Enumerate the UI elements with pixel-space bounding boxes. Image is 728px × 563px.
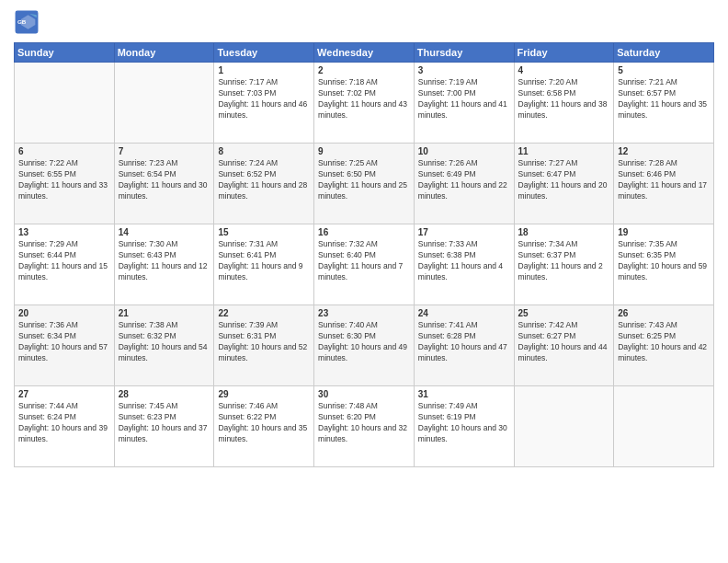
header: GB [14,9,714,35]
cell-info: Sunrise: 7:26 AMSunset: 6:49 PMDaylight:… [418,158,510,202]
table-row [114,63,214,144]
table-row: 8Sunrise: 7:24 AMSunset: 6:52 PMDaylight… [214,144,314,224]
table-row [15,63,115,144]
table-row: 13Sunrise: 7:29 AMSunset: 6:44 PMDayligh… [15,224,115,305]
day-number: 30 [318,389,410,399]
cell-info: Sunrise: 7:22 AMSunset: 6:55 PMDaylight:… [18,158,110,202]
col-thursday: Thursday [414,43,514,63]
day-number: 19 [618,227,710,237]
day-number: 22 [218,308,310,318]
table-row: 7Sunrise: 7:23 AMSunset: 6:54 PMDaylight… [114,144,214,224]
table-row: 31Sunrise: 7:49 AMSunset: 6:19 PMDayligh… [414,386,514,467]
cell-info: Sunrise: 7:48 AMSunset: 6:20 PMDaylight:… [318,401,410,445]
table-row: 30Sunrise: 7:48 AMSunset: 6:20 PMDayligh… [314,386,415,467]
cell-info: Sunrise: 7:34 AMSunset: 6:37 PMDaylight:… [518,239,610,283]
cell-info: Sunrise: 7:21 AMSunset: 6:57 PMDaylight:… [618,77,710,121]
day-number: 31 [418,389,510,399]
day-number: 20 [18,308,110,318]
cell-info: Sunrise: 7:42 AMSunset: 6:27 PMDaylight:… [518,320,610,364]
col-sunday: Sunday [15,43,115,63]
page: GB Sunday Monday Tuesday Wednesday Thurs… [0,0,728,563]
day-number: 4 [518,65,610,75]
cell-info: Sunrise: 7:18 AMSunset: 7:02 PMDaylight:… [318,77,410,121]
cell-info: Sunrise: 7:28 AMSunset: 6:46 PMDaylight:… [618,158,710,202]
table-row: 22Sunrise: 7:39 AMSunset: 6:31 PMDayligh… [214,305,314,386]
cell-info: Sunrise: 7:27 AMSunset: 6:47 PMDaylight:… [518,158,610,202]
col-friday: Friday [514,43,614,63]
day-number: 5 [618,65,710,75]
day-number: 2 [318,65,410,75]
table-row: 5Sunrise: 7:21 AMSunset: 6:57 PMDaylight… [614,63,714,144]
calendar-table: Sunday Monday Tuesday Wednesday Thursday… [14,42,714,467]
cell-info: Sunrise: 7:24 AMSunset: 6:52 PMDaylight:… [218,158,310,202]
col-monday: Monday [114,43,214,63]
cell-info: Sunrise: 7:33 AMSunset: 6:38 PMDaylight:… [418,239,510,283]
week-row-1: 6Sunrise: 7:22 AMSunset: 6:55 PMDaylight… [15,144,714,224]
day-number: 27 [18,389,110,399]
day-number: 24 [418,308,510,318]
cell-info: Sunrise: 7:25 AMSunset: 6:50 PMDaylight:… [318,158,410,202]
cell-info: Sunrise: 7:45 AMSunset: 6:23 PMDaylight:… [119,401,210,445]
table-row: 26Sunrise: 7:43 AMSunset: 6:25 PMDayligh… [614,305,714,386]
day-number: 25 [518,308,610,318]
week-row-3: 20Sunrise: 7:36 AMSunset: 6:34 PMDayligh… [15,305,714,386]
week-row-2: 13Sunrise: 7:29 AMSunset: 6:44 PMDayligh… [15,224,714,305]
day-number: 28 [119,389,210,399]
cell-info: Sunrise: 7:38 AMSunset: 6:32 PMDaylight:… [119,320,210,364]
day-number: 29 [218,389,310,399]
table-row: 16Sunrise: 7:32 AMSunset: 6:40 PMDayligh… [314,224,415,305]
col-wednesday: Wednesday [314,43,415,63]
day-number: 16 [318,227,410,237]
table-row: 28Sunrise: 7:45 AMSunset: 6:23 PMDayligh… [114,386,214,467]
svg-text:GB: GB [17,18,27,25]
cell-info: Sunrise: 7:32 AMSunset: 6:40 PMDaylight:… [318,239,410,283]
cell-info: Sunrise: 7:17 AMSunset: 7:03 PMDaylight:… [218,77,310,121]
day-number: 14 [119,227,210,237]
day-number: 18 [518,227,610,237]
table-row: 17Sunrise: 7:33 AMSunset: 6:38 PMDayligh… [414,224,514,305]
table-row [514,386,614,467]
cell-info: Sunrise: 7:30 AMSunset: 6:43 PMDaylight:… [119,239,210,283]
col-saturday: Saturday [614,43,714,63]
week-row-0: 1Sunrise: 7:17 AMSunset: 7:03 PMDaylight… [15,63,714,144]
table-row: 1Sunrise: 7:17 AMSunset: 7:03 PMDaylight… [214,63,314,144]
table-row: 20Sunrise: 7:36 AMSunset: 6:34 PMDayligh… [15,305,115,386]
table-row: 3Sunrise: 7:19 AMSunset: 7:00 PMDaylight… [414,63,514,144]
table-row: 24Sunrise: 7:41 AMSunset: 6:28 PMDayligh… [414,305,514,386]
logo-icon: GB [14,9,40,35]
table-row: 2Sunrise: 7:18 AMSunset: 7:02 PMDaylight… [314,63,415,144]
table-row: 14Sunrise: 7:30 AMSunset: 6:43 PMDayligh… [114,224,214,305]
day-number: 17 [418,227,510,237]
day-number: 15 [218,227,310,237]
day-number: 1 [218,65,310,75]
cell-info: Sunrise: 7:46 AMSunset: 6:22 PMDaylight:… [218,401,310,445]
day-number: 8 [218,146,310,156]
cell-info: Sunrise: 7:40 AMSunset: 6:30 PMDaylight:… [318,320,410,364]
cell-info: Sunrise: 7:39 AMSunset: 6:31 PMDaylight:… [218,320,310,364]
day-number: 13 [18,227,110,237]
table-row: 10Sunrise: 7:26 AMSunset: 6:49 PMDayligh… [414,144,514,224]
day-number: 9 [318,146,410,156]
table-row: 15Sunrise: 7:31 AMSunset: 6:41 PMDayligh… [214,224,314,305]
cell-info: Sunrise: 7:35 AMSunset: 6:35 PMDaylight:… [618,239,710,283]
table-row: 29Sunrise: 7:46 AMSunset: 6:22 PMDayligh… [214,386,314,467]
table-row: 9Sunrise: 7:25 AMSunset: 6:50 PMDaylight… [314,144,415,224]
day-number: 26 [618,308,710,318]
table-row: 21Sunrise: 7:38 AMSunset: 6:32 PMDayligh… [114,305,214,386]
cell-info: Sunrise: 7:23 AMSunset: 6:54 PMDaylight:… [119,158,210,202]
cell-info: Sunrise: 7:41 AMSunset: 6:28 PMDaylight:… [418,320,510,364]
table-row: 19Sunrise: 7:35 AMSunset: 6:35 PMDayligh… [614,224,714,305]
table-row: 4Sunrise: 7:20 AMSunset: 6:58 PMDaylight… [514,63,614,144]
cell-info: Sunrise: 7:29 AMSunset: 6:44 PMDaylight:… [18,239,110,283]
day-number: 23 [318,308,410,318]
table-row: 23Sunrise: 7:40 AMSunset: 6:30 PMDayligh… [314,305,415,386]
calendar-body: 1Sunrise: 7:17 AMSunset: 7:03 PMDaylight… [15,63,714,467]
cell-info: Sunrise: 7:44 AMSunset: 6:24 PMDaylight:… [18,401,110,445]
cell-info: Sunrise: 7:31 AMSunset: 6:41 PMDaylight:… [218,239,310,283]
day-number: 7 [119,146,210,156]
table-row: 12Sunrise: 7:28 AMSunset: 6:46 PMDayligh… [614,144,714,224]
cell-info: Sunrise: 7:20 AMSunset: 6:58 PMDaylight:… [518,77,610,121]
table-row: 27Sunrise: 7:44 AMSunset: 6:24 PMDayligh… [15,386,115,467]
day-number: 3 [418,65,510,75]
day-number: 10 [418,146,510,156]
